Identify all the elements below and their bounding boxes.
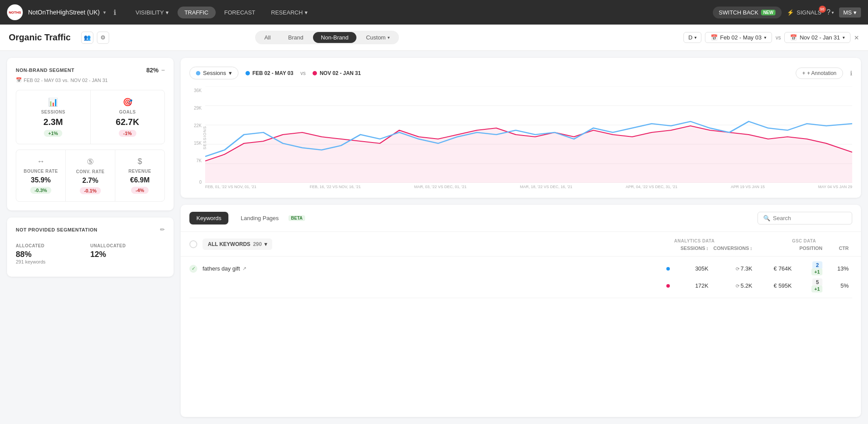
main-content: NON-BRAND SEGMENT 82% − 📅 FEB 02 - MAY 0… bbox=[0, 51, 868, 424]
chart-container: 36K 29K 22K 15K 7K 0 SESSIONS bbox=[189, 86, 852, 189]
keywords-tab-button[interactable]: Keywords bbox=[189, 212, 228, 224]
sessions-value: 2.3M bbox=[43, 117, 63, 127]
bounce-label: BOUNCE RATE bbox=[24, 169, 58, 174]
left-panel: NON-BRAND SEGMENT 82% − 📅 FEB 02 - MAY 0… bbox=[7, 58, 174, 417]
row1-conversions: ⟳7.3K bbox=[712, 265, 756, 272]
row-data-1: 305K ⟳7.3K € 764K 2 +1 13% bbox=[664, 262, 852, 275]
share-icon[interactable]: 👥 bbox=[81, 32, 93, 44]
close-date-range-button[interactable]: ✕ bbox=[854, 34, 859, 41]
brand-selector[interactable]: NotOnTheHighStreet (UK) ▼ bbox=[28, 9, 107, 16]
right-panel: Sessions ▾ FEB 02 - MAY 03 vs NOV 02 - J… bbox=[181, 58, 861, 417]
revenue-icon: $ bbox=[138, 157, 142, 166]
filter-tab-custom[interactable]: Custom ▾ bbox=[358, 32, 398, 43]
legend-label-1: FEB 02 - MAY 03 bbox=[253, 70, 293, 76]
research-chevron-icon: ▾ bbox=[305, 9, 308, 16]
np-grid: ALLOCATED 88% 291 keywords UNALLOCATED 1… bbox=[16, 240, 165, 268]
date1-chevron-icon: ▾ bbox=[764, 35, 766, 40]
metric-revenue: $ REVENUE €6.9M -4% bbox=[115, 150, 164, 201]
switch-back-button[interactable]: SWITCH BACK NEW bbox=[713, 7, 782, 18]
all-keywords-dropdown[interactable]: ALL KEYWORDS 290 ▾ bbox=[203, 239, 272, 250]
keyword-name: fathers day gift ↗ bbox=[203, 265, 246, 272]
row1-ctr: 13% bbox=[826, 265, 852, 272]
conversions-col-header[interactable]: CONVERSIONS ↕ bbox=[712, 246, 756, 251]
beta-badge: BETA bbox=[288, 215, 305, 221]
segment-percentage: 82% − bbox=[146, 67, 165, 74]
period-selector[interactable]: D ▾ bbox=[683, 32, 701, 43]
row2-conversions: ⟳5.2K bbox=[712, 282, 756, 289]
x-label-1: FEB, 01, '22 VS NOV, 01, '21 bbox=[205, 185, 256, 189]
date-range-1-button[interactable]: 📅 Feb 02 - May 03 ▾ bbox=[705, 32, 772, 43]
legend-dot-pink bbox=[313, 71, 317, 75]
sessions-dropdown[interactable]: Sessions ▾ bbox=[189, 67, 238, 79]
search-input[interactable] bbox=[773, 215, 847, 221]
filter-tab-brand[interactable]: Brand bbox=[280, 32, 311, 43]
legend-item-2: NOV 02 - JAN 31 bbox=[313, 70, 361, 76]
settings-icon[interactable]: ⚙ bbox=[97, 32, 109, 44]
sessions-chevron-icon: ▾ bbox=[229, 70, 232, 76]
np-edit-icon[interactable]: ✏ bbox=[160, 226, 165, 233]
search-box[interactable]: 🔍 bbox=[758, 212, 852, 224]
gsc-section-label: GSC DATA bbox=[756, 237, 852, 244]
goals-value: 62.7K bbox=[116, 117, 139, 127]
annotation-button[interactable]: + + Annotation bbox=[796, 68, 843, 79]
custom-chevron-icon: ▾ bbox=[388, 35, 390, 40]
metrics-grid-top: 📊 SESSIONS 2.3M +1% 🎯 GOALS 62.7K -1% bbox=[16, 90, 165, 144]
legend-dot-blue bbox=[245, 71, 250, 75]
conv-value: 2.7% bbox=[82, 177, 98, 185]
keyword-row-top: ✓ fathers day gift ↗ 305K ⟳7.3K € 764K bbox=[181, 257, 861, 277]
sessions-col-header[interactable]: SESSIONS ↕ bbox=[672, 246, 712, 251]
date-range-2-button[interactable]: 📅 Nov 02 - Jan 31 ▾ bbox=[784, 32, 850, 43]
y-label-7k: 7K bbox=[196, 158, 202, 176]
row1-color-dot bbox=[666, 267, 670, 271]
bounce-icon: ↔ bbox=[37, 157, 45, 166]
allocated-sub: 291 keywords bbox=[16, 259, 90, 264]
metric-sessions: 📊 SESSIONS 2.3M +1% bbox=[16, 90, 90, 144]
y-label-29k: 29K bbox=[194, 106, 202, 123]
calendar2-icon: 📅 bbox=[790, 34, 797, 41]
segment-title: NON-BRAND SEGMENT bbox=[16, 68, 75, 73]
sub-header: Organic Traffic 👥 ⚙ All Brand Non-Brand … bbox=[0, 25, 868, 51]
signals-count-badge: 98 bbox=[819, 6, 826, 13]
signals-button[interactable]: ⚡ SIGNALS 98 bbox=[787, 9, 821, 16]
allocated-label: ALLOCATED bbox=[16, 243, 90, 248]
nav-right-actions: SWITCH BACK NEW ⚡ SIGNALS 98 ? ▾ MS ▾ bbox=[713, 7, 861, 18]
nav-tab-visibility[interactable]: VISIBILITY ▾ bbox=[128, 7, 175, 18]
np-allocated: ALLOCATED 88% 291 keywords bbox=[16, 240, 90, 268]
brand-name: NotOnTheHighStreet (UK) bbox=[28, 9, 100, 16]
external-link-icon[interactable]: ↗ bbox=[242, 266, 246, 271]
sessions-dropdown-label: Sessions bbox=[203, 70, 226, 76]
info-icon[interactable]: ℹ bbox=[114, 8, 116, 17]
row1-revenue: € 764K bbox=[756, 265, 795, 272]
x-label-3: MAR, 03, '22 VS DEC, 01, '21 bbox=[414, 185, 467, 189]
row2-position: 5 +1 bbox=[795, 279, 826, 292]
help-chevron-icon: ▾ bbox=[832, 10, 834, 15]
brand-chevron-icon: ▼ bbox=[102, 10, 107, 15]
sessions-dot bbox=[196, 71, 200, 75]
landing-pages-tab-button[interactable]: Landing Pages bbox=[234, 212, 286, 224]
legend-vs: vs bbox=[300, 70, 306, 76]
ctr-col-header[interactable]: CTR bbox=[826, 246, 852, 251]
user-menu-button[interactable]: MS ▾ bbox=[839, 7, 861, 18]
nav-tab-forecast[interactable]: FORECAST bbox=[217, 7, 263, 18]
visibility-chevron-icon: ▾ bbox=[166, 9, 169, 16]
traffic-chart-svg bbox=[205, 86, 852, 183]
chart-info-icon[interactable]: ℹ bbox=[850, 70, 852, 77]
y-label-0: 0 bbox=[199, 176, 202, 185]
nav-tab-traffic[interactable]: TRAFFIC bbox=[178, 7, 216, 18]
metrics-grid-bottom: ↔ BOUNCE RATE 35.9% -0.3% ⑤ CONV. RATE 2… bbox=[16, 150, 165, 202]
revenue-badge: -4% bbox=[131, 187, 149, 194]
nav-tab-research[interactable]: RESEARCH ▾ bbox=[264, 7, 314, 18]
all-keywords-radio[interactable] bbox=[189, 240, 197, 248]
segment-collapse-icon[interactable]: − bbox=[161, 67, 165, 74]
filter-tab-all[interactable]: All bbox=[256, 32, 278, 43]
metric-bounce-rate: ↔ BOUNCE RATE 35.9% -0.3% bbox=[16, 150, 65, 201]
signal-icon: ⚡ bbox=[787, 9, 794, 16]
filter-tab-nonbrand[interactable]: Non-Brand bbox=[313, 32, 356, 43]
position-col-header[interactable]: POSITION bbox=[795, 246, 826, 251]
page-title: Organic Traffic bbox=[9, 32, 71, 43]
chart-card: Sessions ▾ FEB 02 - MAY 03 vs NOV 02 - J… bbox=[181, 58, 861, 198]
vs-label: vs bbox=[776, 35, 781, 41]
sessions-sort-icon: ↕ bbox=[706, 246, 709, 251]
help-button[interactable]: ? ▾ bbox=[827, 8, 834, 16]
kw-chevron-icon: ▾ bbox=[264, 241, 267, 247]
